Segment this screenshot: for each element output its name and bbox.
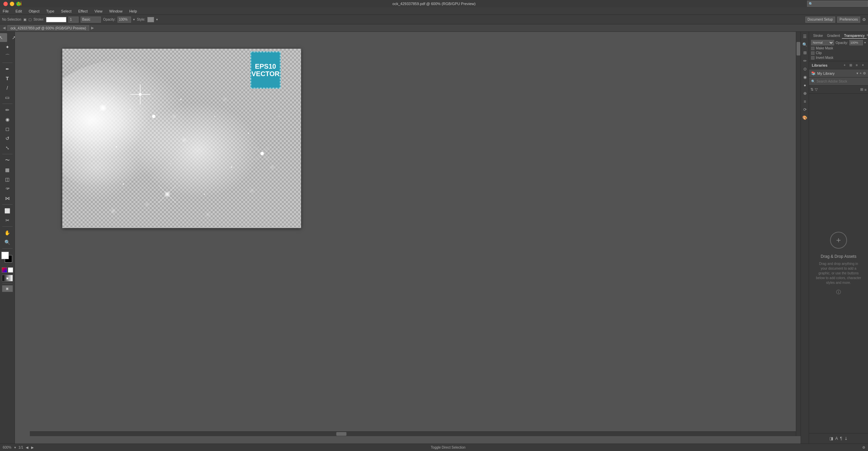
- search-stock-input[interactable]: [817, 80, 866, 83]
- import-icon[interactable]: ⤓: [844, 436, 848, 441]
- menu-window[interactable]: Window: [109, 9, 123, 13]
- stroke-profile-dropdown[interactable]: Basic: [81, 17, 101, 23]
- opacity-arrow-sp[interactable]: ▾: [864, 41, 866, 44]
- list-view-icon[interactable]: ≡: [865, 88, 867, 92]
- shape-tool[interactable]: ▭: [1, 93, 14, 102]
- fill-indicator[interactable]: ▣: [23, 18, 26, 21]
- hand-tool[interactable]: ✋: [1, 228, 14, 237]
- library-search[interactable]: 🔍: [809, 77, 868, 86]
- stroke-tab[interactable]: Stroke: [811, 33, 825, 39]
- add-asset-circle[interactable]: +: [830, 232, 847, 249]
- add-color-icon[interactable]: ◨: [829, 436, 833, 441]
- none-button[interactable]: [8, 267, 13, 273]
- style-swatch[interactable]: [147, 17, 154, 22]
- lasso-tool[interactable]: ⌒: [1, 52, 14, 61]
- library-selector[interactable]: 📚 My Library ▾ + ⚙: [809, 69, 868, 77]
- color-icon[interactable]: 🎨: [802, 114, 808, 121]
- blend-mode-dropdown[interactable]: Normal Multiply Screen: [811, 40, 834, 45]
- transparency-tab[interactable]: Transparency: [842, 33, 867, 39]
- eraser-tool[interactable]: ◻: [1, 125, 14, 133]
- panel-grid-btn[interactable]: ⊞: [848, 63, 853, 68]
- lib-settings-icon[interactable]: ⚙: [863, 71, 866, 75]
- panel-menu-icon[interactable]: ≡: [867, 33, 868, 39]
- make-mask-check[interactable]: [811, 47, 814, 50]
- menu-file[interactable]: File: [3, 9, 9, 13]
- toggle-direct-selection[interactable]: Toggle Direct Selection: [431, 446, 465, 449]
- document-setup-button[interactable]: Document Setup: [805, 17, 835, 23]
- right-arrow-nav[interactable]: ▶: [31, 446, 34, 449]
- back-arrow[interactable]: ◀: [3, 26, 5, 30]
- panel-menu-btn[interactable]: ≡: [854, 63, 859, 68]
- color-swatches[interactable]: [1, 252, 14, 264]
- horizontal-scrollbar[interactable]: [30, 431, 796, 436]
- assets-icon[interactable]: ⊞: [802, 49, 808, 56]
- magic-wand-tool[interactable]: ✦: [1, 43, 14, 51]
- libraries-icon[interactable]: ☰: [802, 33, 808, 40]
- h-scroll-thumb[interactable]: [336, 432, 346, 436]
- symbols-icon[interactable]: ⊙: [802, 66, 808, 72]
- preferences-button[interactable]: Preferences: [837, 17, 860, 23]
- lib-add-icon[interactable]: +: [860, 71, 862, 75]
- forward-arrow[interactable]: ▶: [91, 26, 94, 30]
- drawing-modes[interactable]: ▣: [2, 285, 13, 292]
- fill-swatch[interactable]: [1, 252, 9, 259]
- rotate-tool[interactable]: ↺: [1, 134, 14, 143]
- opacity-arrow[interactable]: ▾: [133, 18, 135, 21]
- global-search[interactable]: 🔍: [807, 1, 868, 7]
- close-button[interactable]: [3, 2, 8, 6]
- eyedropper-tool[interactable]: 🖙: [1, 184, 14, 193]
- opacity-input[interactable]: [118, 17, 131, 23]
- blob-brush-tool[interactable]: ◉: [1, 115, 14, 124]
- vertical-scrollbar[interactable]: [796, 32, 801, 436]
- document-tab[interactable]: ock_429337859.pdf @ 600% (RGB/GPU Previe…: [7, 25, 89, 31]
- line-tool[interactable]: /: [1, 84, 14, 92]
- pen-tool[interactable]: ✒: [1, 65, 14, 73]
- minimize-button[interactable]: [10, 2, 14, 6]
- gradient-tab[interactable]: Gradient: [825, 33, 842, 39]
- navigator-icon[interactable]: ⊕: [802, 90, 808, 97]
- menu-object[interactable]: Object: [29, 9, 40, 13]
- menu-type[interactable]: Type: [46, 9, 55, 13]
- gradient-swatch[interactable]: ▣: [2, 275, 13, 281]
- menu-edit[interactable]: Edit: [16, 9, 22, 13]
- selection-tool[interactable]: ↖: [0, 33, 7, 42]
- panel-close-btn[interactable]: ×: [861, 63, 865, 68]
- status-settings[interactable]: ⚙: [862, 446, 865, 449]
- graphic-styles-icon[interactable]: ◉: [802, 74, 808, 81]
- add-char-style-icon[interactable]: A: [835, 436, 838, 441]
- canvas-area[interactable]: EPS10 VECTOR: [15, 32, 801, 444]
- opacity-input-sp[interactable]: [849, 40, 863, 45]
- menu-view[interactable]: View: [94, 9, 103, 13]
- lib-chevron[interactable]: ▾: [856, 71, 858, 75]
- stroke-weight-input[interactable]: [68, 17, 79, 23]
- grid-view-icon[interactable]: ⊞: [860, 87, 863, 92]
- brush-icon[interactable]: ✏: [802, 58, 808, 64]
- panel-add-btn[interactable]: +: [842, 63, 847, 68]
- invert-mask-check[interactable]: [811, 56, 814, 60]
- zoom-dropdown-arrow[interactable]: ▾: [14, 446, 16, 449]
- graph-tool[interactable]: ▦: [1, 165, 14, 174]
- slice-tool[interactable]: ✂: [1, 216, 14, 225]
- search-panel-icon[interactable]: 🔍: [802, 41, 808, 48]
- transform-icon[interactable]: ⟳: [802, 106, 808, 113]
- align-icon[interactable]: ≡: [802, 98, 808, 105]
- appearance-icon[interactable]: ●: [802, 82, 808, 89]
- menu-effect[interactable]: Effect: [78, 9, 88, 13]
- paintbrush-tool[interactable]: ✏: [1, 106, 14, 114]
- add-para-style-icon[interactable]: ¶: [840, 436, 842, 441]
- artboard-tool[interactable]: ⬜: [1, 206, 14, 215]
- stroke-indicator[interactable]: ▢: [28, 18, 31, 21]
- menu-select[interactable]: Select: [61, 9, 71, 13]
- blend-tool[interactable]: ⋈: [1, 194, 14, 203]
- color-button[interactable]: [2, 267, 7, 273]
- sort-icon[interactable]: ⇅: [810, 87, 813, 92]
- left-arrow-nav[interactable]: ◀: [26, 446, 28, 449]
- scale-tool[interactable]: ⤡: [1, 143, 14, 152]
- type-tool[interactable]: T: [1, 74, 14, 83]
- menu-help[interactable]: Help: [129, 9, 137, 13]
- zoom-tool[interactable]: 🔍: [1, 238, 14, 247]
- gradient-tool[interactable]: ◫: [1, 175, 14, 184]
- scroll-thumb[interactable]: [797, 42, 800, 55]
- clip-check[interactable]: [811, 51, 814, 55]
- warp-tool[interactable]: 〜: [1, 156, 14, 165]
